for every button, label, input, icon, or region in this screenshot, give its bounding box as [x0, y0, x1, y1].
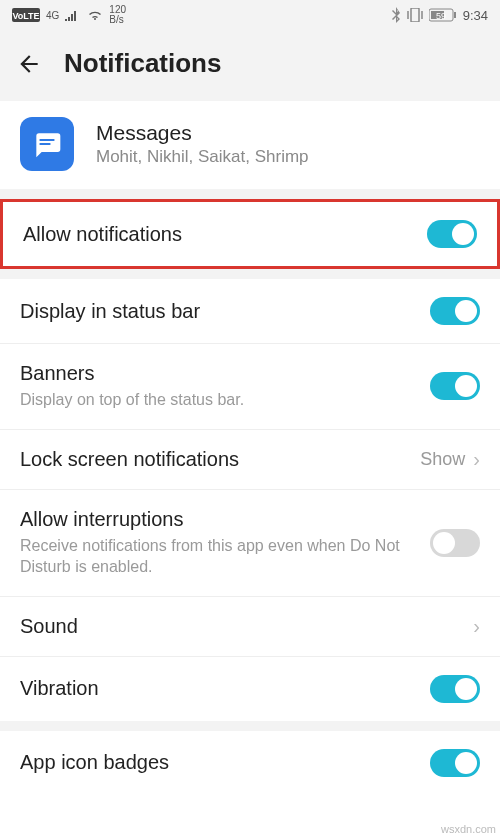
back-icon[interactable]: [16, 51, 42, 77]
setting-label: Banners: [20, 362, 430, 385]
clock: 9:34: [463, 8, 488, 23]
setting-label: App icon badges: [20, 751, 430, 774]
section-gap: [0, 189, 500, 199]
setting-label: Allow notifications: [23, 223, 427, 246]
network-speed: 120 B/s: [109, 5, 126, 25]
setting-banners[interactable]: Banners Display on top of the status bar…: [0, 344, 500, 430]
section-gap: [0, 269, 500, 279]
signal-icon: [65, 9, 81, 21]
banners-toggle[interactable]: [430, 372, 480, 400]
allow-notifications-toggle[interactable]: [427, 220, 477, 248]
setting-app-icon-badges[interactable]: App icon badges: [0, 731, 500, 795]
chevron-right-icon: ›: [473, 615, 480, 638]
vibration-toggle[interactable]: [430, 675, 480, 703]
wifi-icon: [87, 9, 103, 21]
setting-allow-notifications[interactable]: Allow notifications: [3, 202, 497, 266]
highlighted-setting: Allow notifications: [0, 199, 500, 269]
volte-icon: VoLTE: [12, 8, 40, 22]
setting-label: Sound: [20, 615, 473, 638]
setting-display-status-bar[interactable]: Display in status bar: [0, 279, 500, 344]
interruptions-toggle[interactable]: [430, 529, 480, 557]
messages-app-icon: [20, 117, 74, 171]
chevron-right-icon: ›: [473, 448, 480, 471]
svg-rect-4: [454, 12, 456, 18]
battery-icon: 59: [429, 8, 457, 22]
app-subtitle: Mohit, Nikhil, Saikat, Shrimp: [96, 147, 309, 167]
setting-label: Vibration: [20, 677, 430, 700]
setting-sublabel: Display on top of the status bar.: [20, 389, 430, 411]
vibrate-icon: [407, 8, 423, 22]
section-gap: [0, 721, 500, 731]
badges-toggle[interactable]: [430, 749, 480, 777]
setting-label: Display in status bar: [20, 300, 430, 323]
setting-label: Lock screen notifications: [20, 448, 420, 471]
page-title: Notifications: [64, 48, 221, 79]
app-name: Messages: [96, 121, 309, 145]
status-bar: VoLTE 4G 120 B/s 59 9:34: [0, 0, 500, 30]
display-status-bar-toggle[interactable]: [430, 297, 480, 325]
watermark: wsxdn.com: [441, 823, 496, 835]
svg-text:59: 59: [436, 11, 446, 21]
setting-sound[interactable]: Sound ›: [0, 597, 500, 657]
setting-sublabel: Receive notifications from this app even…: [20, 535, 430, 578]
app-info-row: Messages Mohit, Nikhil, Saikat, Shrimp: [0, 101, 500, 189]
network-4g: 4G: [46, 10, 59, 21]
lock-screen-value: Show: [420, 449, 465, 470]
setting-lock-screen[interactable]: Lock screen notifications Show ›: [0, 430, 500, 490]
setting-vibration[interactable]: Vibration: [0, 657, 500, 721]
svg-text:VoLTE: VoLTE: [12, 11, 39, 21]
setting-label: Allow interruptions: [20, 508, 430, 531]
bluetooth-icon: [391, 7, 401, 23]
header: Notifications: [0, 30, 500, 101]
setting-allow-interruptions[interactable]: Allow interruptions Receive notification…: [0, 490, 500, 597]
svg-rect-2: [411, 8, 419, 22]
